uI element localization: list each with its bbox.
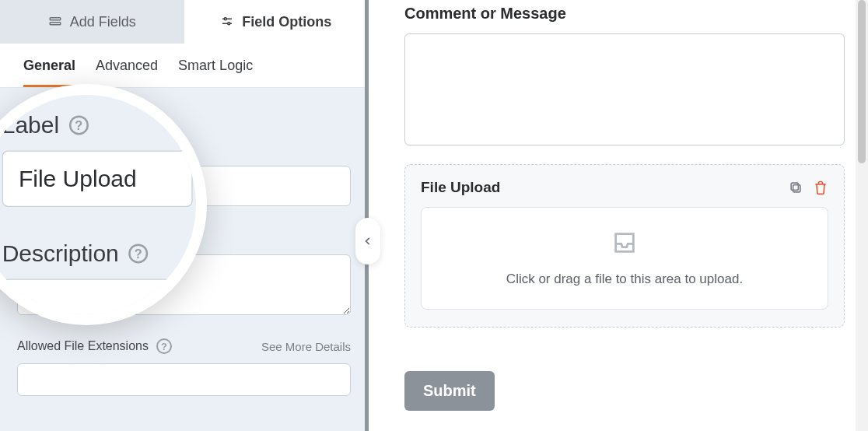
allowed-ext-input[interactable]: [17, 363, 351, 396]
duplicate-icon[interactable]: [788, 180, 803, 195]
subtab-advanced[interactable]: Advanced: [96, 58, 158, 87]
group-allowed-extensions: Allowed File Extensions ? See More Detai…: [17, 338, 351, 396]
field-header-name: File Upload: [17, 107, 84, 120]
tab-field-options[interactable]: Field Options: [184, 0, 369, 44]
comment-label: Comment or Message: [404, 5, 845, 23]
tab-add-fields[interactable]: Add Fields: [0, 0, 184, 44]
svg-rect-6: [793, 185, 800, 192]
svg-rect-1: [50, 23, 61, 25]
collapse-panel-button[interactable]: [355, 218, 380, 265]
inbox-icon: [609, 230, 640, 259]
subtab-smart-logic[interactable]: Smart Logic: [178, 58, 253, 87]
field-actions: [788, 180, 828, 195]
see-more-link[interactable]: See More Details: [261, 340, 351, 353]
tab-add-fields-label: Add Fields: [70, 14, 136, 30]
description-textarea[interactable]: [17, 254, 351, 315]
subtab-general[interactable]: General: [23, 58, 75, 87]
field-options-body: File Upload (ID #6) Label ? Description …: [0, 88, 368, 396]
label-input[interactable]: [17, 166, 351, 206]
description-label: Description: [17, 226, 99, 245]
label-label: Label: [17, 138, 57, 156]
svg-point-5: [228, 23, 230, 25]
group-description: Description ?: [17, 226, 351, 318]
help-icon[interactable]: ?: [65, 139, 80, 155]
file-upload-field-card[interactable]: File Upload Click or drag a file to this…: [404, 164, 845, 328]
left-panel: Add Fields Field Options General Advance…: [0, 0, 369, 431]
help-icon[interactable]: ?: [156, 338, 172, 354]
scrollbar-thumb[interactable]: [858, 0, 866, 163]
comment-textarea[interactable]: [404, 33, 845, 145]
app-root: Add Fields Field Options General Advance…: [0, 0, 868, 431]
add-fields-icon: [48, 15, 62, 29]
upload-dropzone[interactable]: Click or drag a file to this area to upl…: [421, 207, 828, 310]
form-preview-panel: Comment or Message File Upload Clic: [369, 0, 868, 431]
field-options-icon: [220, 15, 234, 29]
group-label: Label ?: [17, 138, 351, 206]
svg-rect-0: [50, 18, 61, 20]
subtabs: General Advanced Smart Logic: [0, 44, 368, 88]
svg-point-3: [225, 18, 227, 20]
dropzone-text: Click or drag a file to this area to upl…: [506, 272, 743, 287]
help-icon[interactable]: ?: [107, 228, 122, 244]
delete-icon[interactable]: [813, 180, 828, 195]
svg-rect-7: [791, 183, 798, 190]
top-tabs: Add Fields Field Options: [0, 0, 368, 44]
tab-field-options-label: Field Options: [242, 14, 331, 30]
submit-button[interactable]: Submit: [404, 371, 495, 411]
field-header: File Upload (ID #6): [17, 107, 351, 121]
field-header-id: (ID #6): [88, 107, 126, 120]
scrollbar[interactable]: [856, 0, 868, 431]
file-upload-title: File Upload: [421, 179, 500, 196]
allowed-ext-label: Allowed File Extensions: [17, 339, 149, 353]
